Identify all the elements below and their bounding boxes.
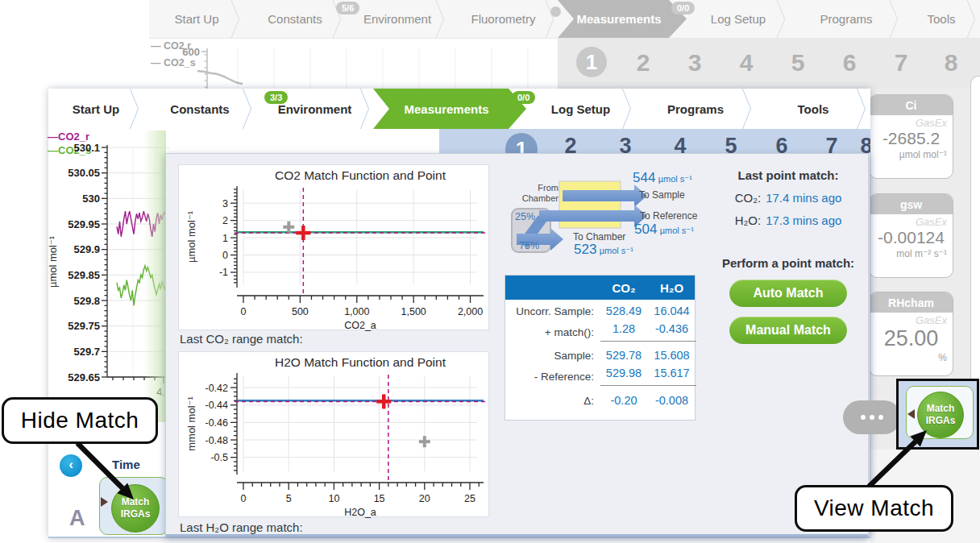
co2-last-match-row: CO₂: 17.4 mins ago	[708, 187, 869, 209]
bg-tab-tools[interactable]: Tools	[903, 0, 980, 38]
card-ci-unit: µmol mol⁻¹	[870, 148, 953, 160]
svg-text:1,500: 1,500	[401, 306, 426, 317]
svg-text:-0.5: -0.5	[210, 452, 228, 463]
card-ci-title: Ci	[870, 95, 953, 115]
svg-text:10: 10	[328, 493, 339, 504]
bg-tab-measurements[interactable]: Measurements	[558, 0, 687, 38]
svg-text:529.8: 529.8	[73, 295, 100, 307]
svg-text:530: 530	[82, 193, 100, 205]
bg-legend-co2s: — CO2_s	[151, 57, 196, 68]
card-ci-value: -2685.2	[870, 129, 953, 148]
split-75-label: 75%	[519, 240, 539, 251]
auto-match-button[interactable]: Auto Match	[729, 280, 847, 307]
view-match-callout: View Match	[795, 485, 953, 532]
svg-text:3: 3	[222, 198, 228, 209]
bg-number-7[interactable]: 7	[895, 49, 908, 77]
tab-constants[interactable]: Constants	[143, 89, 256, 129]
point-match-section: Last point match: CO₂: 17.4 mins ago H₂O…	[708, 168, 869, 354]
bg-number-2[interactable]: 2	[637, 49, 650, 77]
h2o-match-chart: H2O Match Function and Point-0.42-0.44-0…	[179, 352, 490, 518]
tab-startup[interactable]: Start Up	[48, 89, 143, 129]
card-ci-tag: GasEx	[870, 115, 953, 129]
svg-text:1: 1	[222, 233, 228, 244]
split-25-label: 25%	[515, 211, 535, 222]
to-reference-label: To Reference	[640, 210, 697, 222]
tab-tools[interactable]: Tools	[756, 89, 870, 129]
bg-tab-environment[interactable]: Environment	[346, 0, 449, 38]
chart-edge-fade	[143, 131, 166, 422]
main-tab-bar: Start Up Constants Environment Measureme…	[48, 89, 870, 129]
number-3[interactable]: 3	[619, 134, 631, 153]
tab-programs[interactable]: Programs	[635, 89, 756, 129]
chamber-flow-value: 523 µmol s⁻¹	[574, 242, 633, 258]
svg-text:20: 20	[419, 493, 430, 504]
number-7[interactable]: 7	[825, 134, 837, 153]
bg-tab-logsetup[interactable]: Log Setup	[687, 0, 790, 38]
bg-number-5[interactable]: 5	[791, 49, 805, 77]
bg-tab-constants[interactable]: Constants	[244, 0, 346, 38]
time-axis-label: Time	[112, 458, 140, 471]
svg-text:0: 0	[222, 250, 228, 261]
svg-text:529.85: 529.85	[68, 269, 100, 281]
tab-logsetup[interactable]: Log Setup	[526, 89, 635, 129]
to-chamber-label: To Chamber	[573, 231, 625, 242]
card-rhcham-unit: %	[870, 351, 953, 363]
sample-flow-value: 544 µmol s⁻¹	[633, 170, 692, 186]
card-gsw-unit: mol m⁻² s⁻¹	[870, 247, 953, 259]
bg-tab-startup[interactable]: Start Up	[149, 0, 244, 38]
card-rhcham-value: 25.00	[870, 326, 953, 351]
bg-number-4[interactable]: 4	[740, 49, 754, 77]
match-irgas-button-left[interactable]: Match IRGAs	[111, 484, 160, 533]
svg-text:529.75: 529.75	[68, 320, 100, 332]
bg-tab-programs[interactable]: Programs	[790, 0, 903, 38]
bg-number-6[interactable]: 6	[843, 49, 857, 77]
svg-text:H2O Match Function and Point: H2O Match Function and Point	[275, 355, 446, 369]
table-row: Sample: 529.78 15.608	[505, 342, 695, 362]
card-ci: Ci GasEx -2685.2 µmol mol⁻¹	[869, 94, 953, 179]
main-number-row: 1 2 3 4 5 6 7 8	[439, 129, 870, 153]
number-4[interactable]: 4	[674, 134, 686, 153]
logsetup-badge: 0/0	[512, 91, 535, 104]
bg-logsetup-badge: 0/0	[671, 2, 695, 15]
reference-flow-value: 504 µmol s⁻¹	[634, 222, 694, 238]
number-6[interactable]: 6	[775, 134, 787, 153]
number-2[interactable]: 2	[564, 134, 576, 153]
number-5[interactable]: 5	[725, 134, 737, 153]
bg-mini-chart-plot: 600	[149, 39, 558, 89]
svg-text:0: 0	[241, 306, 247, 317]
match-table-header: CO₂ H₂O	[505, 276, 695, 300]
background-number-row: 1 2 3 4 5 6 7 8	[558, 39, 980, 89]
to-sample-label: To Sample	[639, 189, 685, 201]
bg-tab-fluorometry[interactable]: Fluorometry	[449, 0, 558, 38]
svg-text:2,000: 2,000	[458, 306, 483, 317]
tab-measurements[interactable]: Measurements	[373, 89, 526, 129]
co2-column-header: CO₂	[600, 281, 647, 295]
hide-match-callout: Hide Match	[2, 397, 158, 444]
last-co2-range-label: Last CO₂ range match:	[180, 332, 303, 346]
bg-legend-co2r: — CO2 r	[151, 40, 191, 52]
match-irgas-button-right[interactable]: Match IRGAs	[917, 392, 964, 438]
svg-text:0: 0	[241, 493, 247, 504]
right-panel-arrow-icon	[907, 409, 915, 419]
collapse-chevron-button[interactable]: ‹	[60, 454, 82, 477]
bg-number-8[interactable]: 8	[945, 49, 958, 77]
card-gsw: gsw GasEx -0.00124 mol m⁻² s⁻¹	[869, 193, 953, 278]
number-8[interactable]: 8	[860, 134, 870, 153]
bg-number-3[interactable]: 3	[688, 49, 702, 77]
manual-match-button[interactable]: Manual Match	[729, 317, 847, 344]
svg-text:-0.48: -0.48	[206, 435, 229, 446]
h2o-column-header: H₂O	[647, 281, 696, 295]
bg-number-1[interactable]: 1	[576, 47, 607, 77]
table-row: - Reference: 529.98 15.617	[505, 362, 695, 386]
more-options-pill[interactable]	[843, 400, 901, 434]
svg-text:529.65: 529.65	[68, 371, 100, 383]
left-panel-arrow-icon	[101, 497, 108, 507]
svg-text:µmol mol⁻¹: µmol mol⁻¹	[185, 210, 197, 263]
background-mini-chart: 600	[149, 39, 558, 89]
h2o-last-match-row: H₂O: 17.3 mins ago	[708, 209, 869, 232]
svg-text:1,000: 1,000	[344, 306, 369, 317]
group-a-label: A	[69, 506, 85, 531]
number-1[interactable]: 1	[505, 133, 538, 153]
svg-text:529.9: 529.9	[73, 243, 100, 255]
svg-text:-0.46: -0.46	[206, 417, 229, 429]
